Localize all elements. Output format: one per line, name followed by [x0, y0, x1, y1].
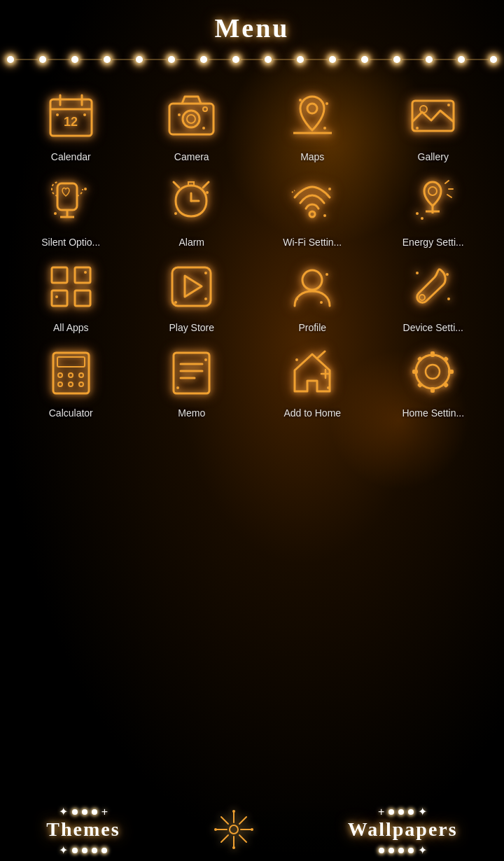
svg-point-98	[230, 825, 238, 834]
playstore-label: Play Store	[169, 322, 214, 333]
svg-text:12: 12	[64, 115, 78, 129]
allapps-label: All Apps	[53, 322, 89, 333]
silent-label: Silent Optio...	[41, 237, 100, 248]
app-item-maps[interactable]: Maps	[255, 84, 370, 162]
svg-point-54	[326, 273, 328, 276]
svg-line-97	[221, 835, 228, 842]
svg-line-38	[445, 181, 449, 183]
svg-point-64	[69, 373, 73, 377]
alarm-label: Alarm	[178, 237, 204, 248]
svg-point-26	[54, 212, 57, 215]
app-item-wifi[interactable]: Wi-Fi Settin...	[255, 169, 370, 248]
app-item-playstore[interactable]: Play Store	[135, 255, 249, 333]
svg-rect-45	[52, 290, 67, 306]
camera-label: Camera	[174, 151, 209, 162]
calculator-icon	[39, 340, 102, 403]
svg-point-73	[204, 358, 207, 361]
svg-point-17	[323, 127, 326, 130]
app-item-profile[interactable]: Profile	[255, 255, 370, 333]
app-item-homesettings[interactable]: Home Settin...	[377, 340, 491, 419]
svg-point-20	[447, 104, 450, 106]
svg-point-79	[327, 386, 330, 389]
svg-point-78	[295, 358, 298, 361]
svg-line-40	[447, 195, 451, 197]
svg-point-48	[84, 271, 87, 274]
addtohome-label: Add to Home	[284, 407, 341, 419]
app-item-calendar[interactable]: 12 Calendar	[14, 84, 128, 162]
svg-line-32	[292, 190, 295, 192]
svg-point-56	[320, 301, 323, 304]
svg-point-16	[326, 102, 328, 105]
gallery-icon	[402, 84, 465, 147]
svg-point-13	[307, 104, 317, 113]
themes-button[interactable]: ✦ + Themes ✦	[46, 802, 120, 857]
svg-point-12	[202, 127, 205, 130]
addtohome-icon	[281, 340, 344, 403]
app-item-allapps[interactable]: All Apps	[14, 255, 128, 333]
app-item-camera[interactable]: Camera	[135, 84, 249, 162]
app-item-energy[interactable]: Energy Setti...	[377, 169, 491, 248]
svg-point-59	[447, 298, 450, 300]
svg-point-100	[232, 846, 235, 849]
alarm-icon	[160, 169, 223, 232]
silent-icon	[39, 169, 102, 232]
star-icon: ✦	[59, 805, 68, 818]
star-icon2: +	[102, 806, 108, 818]
app-item-devicesettings[interactable]: Device Setti...	[377, 255, 491, 333]
star-icon6: ✦	[418, 844, 427, 857]
svg-point-6	[83, 113, 86, 116]
app-item-silent[interactable]: Silent Optio...	[14, 169, 128, 248]
svg-point-99	[232, 810, 235, 813]
svg-point-55	[295, 298, 298, 300]
camera-icon	[160, 84, 223, 147]
themes-lights: ✦ +	[59, 805, 108, 818]
svg-point-52	[204, 298, 207, 300]
svg-rect-84	[412, 370, 418, 374]
svg-rect-85	[448, 370, 454, 374]
themes-label: Themes	[46, 818, 120, 841]
page-title: Menu	[0, 0, 504, 49]
app-grid: 12 Calendar Camera	[0, 70, 504, 433]
devicesettings-icon	[402, 255, 465, 318]
app-item-calculator[interactable]: Calculator	[14, 340, 128, 419]
maps-icon	[281, 84, 344, 147]
svg-rect-62	[57, 357, 85, 367]
app-item-gallery[interactable]: Gallery	[377, 84, 491, 162]
svg-point-51	[174, 301, 177, 304]
svg-rect-22	[57, 183, 77, 210]
svg-rect-46	[75, 290, 90, 306]
svg-point-5	[56, 113, 59, 116]
svg-point-33	[328, 188, 331, 190]
svg-rect-86	[417, 356, 423, 361]
gallery-label: Gallery	[418, 151, 449, 162]
svg-rect-88	[417, 382, 423, 387]
star-icon5: ✦	[418, 805, 427, 818]
calculator-label: Calculator	[49, 407, 93, 419]
svg-point-58	[446, 273, 449, 276]
svg-point-63	[58, 373, 62, 377]
wallpapers-label: Wallpapers	[348, 818, 458, 841]
playstore-icon	[160, 255, 223, 318]
svg-point-57	[419, 295, 425, 300]
devicesettings-label: Device Setti...	[403, 322, 463, 333]
memo-icon	[160, 340, 223, 403]
svg-point-74	[176, 386, 179, 389]
svg-point-68	[79, 382, 83, 386]
wallpapers-button[interactable]: + ✦ Wallpapers ✦	[348, 802, 458, 857]
svg-point-42	[421, 217, 424, 220]
svg-point-102	[251, 828, 253, 831]
firework-center	[213, 808, 255, 850]
svg-point-8	[183, 111, 200, 127]
wallpapers-lights-bottom: ✦	[379, 844, 427, 857]
app-item-addtohome[interactable]: Add to Home	[255, 340, 370, 419]
svg-point-101	[214, 828, 217, 831]
svg-point-60	[416, 272, 419, 274]
svg-point-35	[428, 187, 437, 195]
star-icon3: ✦	[59, 844, 68, 857]
svg-point-30	[174, 212, 177, 215]
calendar-label: Calendar	[51, 151, 91, 162]
svg-rect-87	[443, 356, 449, 361]
app-item-memo[interactable]: Memo	[135, 340, 249, 419]
lights-bar-top	[0, 49, 504, 70]
app-item-alarm[interactable]: Alarm	[135, 169, 249, 248]
